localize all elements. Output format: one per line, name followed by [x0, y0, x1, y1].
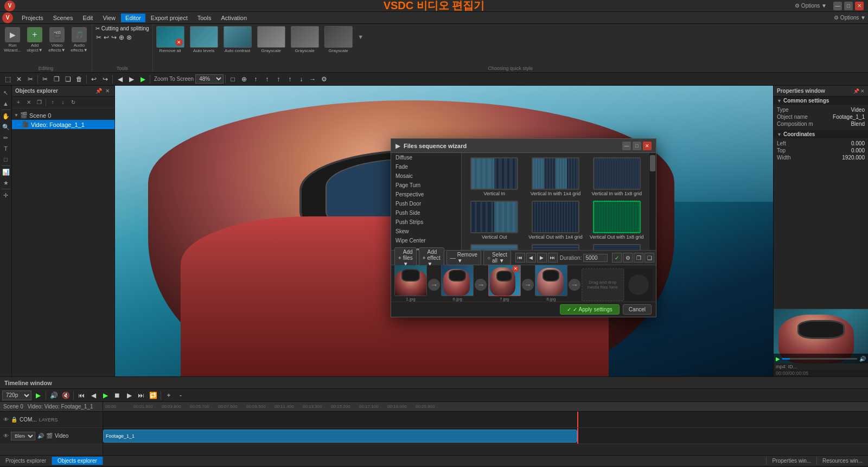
lt-move[interactable]: ✛: [1, 190, 11, 200]
tl-next[interactable]: ▶: [124, 390, 135, 401]
t2-more-7[interactable]: ↓: [296, 74, 307, 85]
t2-redo[interactable]: ↪: [100, 74, 111, 85]
drag-drop-placeholder[interactable]: Drag and dropmedia files here: [582, 268, 623, 301]
tool-btn-1[interactable]: ✂: [95, 33, 102, 42]
blend-select[interactable]: Blend Add: [11, 432, 35, 440]
t2-more-9[interactable]: ⚙: [318, 74, 329, 85]
menu-projects[interactable]: Projects: [17, 14, 48, 22]
qs-remove-all[interactable]: ✕ Remove all: [155, 25, 186, 54]
select-all-btn[interactable]: ○Select all ▼: [483, 250, 511, 265]
video-effects-button[interactable]: 🎬 Videoeffects▼: [47, 26, 67, 54]
strip-item-6[interactable]: 6.jpg 00:00:05.000: [441, 265, 474, 302]
transition-vert-in-1x8[interactable]: Vertical In with 1x8 grid: [588, 157, 645, 196]
blend-eye-icon[interactable]: 👁: [3, 433, 9, 439]
paste-btn[interactable]: ❑: [644, 253, 654, 263]
qs-auto-levels[interactable]: Auto levels: [189, 25, 219, 54]
tl-fwd[interactable]: ⏭: [136, 390, 146, 401]
remove-btn[interactable]: —Remove ▼: [446, 250, 481, 265]
cat-perspective[interactable]: Perspective: [391, 190, 461, 199]
lt-effects[interactable]: ★: [1, 178, 11, 188]
menu-activation[interactable]: Activation: [216, 14, 251, 22]
eye-icon[interactable]: 👁: [3, 417, 9, 423]
blend-playhead[interactable]: [577, 428, 578, 444]
playhead[interactable]: [577, 412, 578, 427]
tl-play[interactable]: ▶: [33, 390, 43, 401]
maximize-button[interactable]: □: [844, 2, 853, 10]
t2-copy[interactable]: ❐: [51, 74, 62, 85]
duration-input[interactable]: [583, 254, 608, 262]
obj-dup[interactable]: ❐: [34, 98, 44, 107]
transition-horiz-in-8x1[interactable]: Horizontal In with 8x1 grid: [588, 244, 645, 250]
transition-horiz-in-4x1[interactable]: Horizontal In with 4x1 grid: [527, 244, 584, 250]
tab-properties-win[interactable]: Properties win...: [766, 457, 816, 465]
transition-vertical-in[interactable]: Vertical In: [466, 157, 523, 196]
qs-scroll-right[interactable]: ▼: [357, 26, 365, 48]
tl-zoom-in[interactable]: +: [163, 390, 174, 401]
menu-editor[interactable]: Editor: [121, 14, 145, 22]
obj-add[interactable]: +: [14, 98, 23, 107]
t2-more-1[interactable]: □: [227, 74, 238, 85]
run-wizard-button[interactable]: ▶ RunWizard...: [2, 26, 23, 54]
cat-skew[interactable]: Skew: [391, 227, 461, 236]
video-item[interactable]: 🎥 Video: Footage_1_1: [12, 120, 114, 129]
nav-next[interactable]: ▶: [537, 253, 547, 263]
dialog-close[interactable]: ✕: [643, 142, 652, 150]
coordinates-header[interactable]: ▼ Coordinates: [774, 130, 868, 138]
lt-arrow[interactable]: ↖: [1, 88, 11, 98]
menu-edit[interactable]: Edit: [78, 14, 97, 22]
strip-item-7[interactable]: ✕ 7.jpg 00:00:05.000: [488, 265, 521, 302]
mini-volume[interactable]: 🔊: [859, 356, 866, 362]
mini-play-btn[interactable]: ▶: [776, 356, 780, 362]
t2-deselect[interactable]: ✕: [14, 74, 24, 85]
blend-vol-icon[interactable]: 🔊: [37, 433, 44, 439]
t2-play[interactable]: ▶: [137, 74, 148, 85]
resolution-select[interactable]: 720p 1080p: [2, 391, 31, 400]
transition-vert-out-1x4[interactable]: Vertical Out with 1x4 grid: [527, 201, 584, 240]
transition-vertical-out[interactable]: Vertical Out: [466, 201, 523, 240]
menu-scenes[interactable]: Scenes: [49, 14, 78, 22]
qs-grayscale-2[interactable]: Grayscale: [290, 25, 320, 54]
t2-delete[interactable]: 🗑: [74, 74, 85, 85]
dialog-minimize[interactable]: —: [622, 142, 631, 150]
qs-grayscale-1[interactable]: Grayscale: [256, 25, 286, 54]
t2-cut[interactable]: ✂: [40, 74, 50, 85]
t2-undo[interactable]: ↩: [88, 74, 99, 85]
cat-diffuse[interactable]: Diffuse: [391, 153, 461, 162]
obj-rot[interactable]: ↻: [68, 98, 78, 107]
blend-icon2[interactable]: 🎬: [46, 433, 53, 439]
common-settings-header[interactable]: ▼ Common settings: [774, 97, 868, 105]
tool-btn-4[interactable]: ⊕: [118, 33, 125, 42]
lt-chart[interactable]: 📊: [1, 167, 11, 177]
t2-more-6[interactable]: ↑: [284, 74, 295, 85]
lt-cursor[interactable]: ▲: [1, 99, 11, 108]
lock-icon[interactable]: 🔒: [11, 417, 17, 423]
cat-fade[interactable]: Fade: [391, 162, 461, 171]
t2-more-5[interactable]: ↑: [273, 74, 284, 85]
zoom-select[interactable]: 48% 100% 50%: [195, 74, 224, 84]
dialog-maximize[interactable]: □: [633, 142, 641, 150]
lt-text[interactable]: T: [1, 144, 11, 153]
close-button[interactable]: ✕: [855, 2, 864, 10]
tab-resources-win[interactable]: Resources win...: [816, 457, 868, 465]
prop-close[interactable]: ✕: [860, 88, 865, 94]
settings-btn[interactable]: ⚙: [623, 253, 633, 263]
tl-play2[interactable]: ▶: [100, 390, 111, 401]
t2-paste[interactable]: ❑: [62, 74, 73, 85]
obj-del[interactable]: ✕: [24, 98, 34, 107]
tl-vol[interactable]: 🔊: [48, 390, 59, 401]
t2-more-4[interactable]: ↑: [261, 74, 272, 85]
tl-stop[interactable]: ⏹: [112, 390, 123, 401]
strip-item-8[interactable]: 8.jpg 00:00:05.000: [535, 265, 567, 302]
tl-rew[interactable]: ⏮: [76, 390, 87, 401]
cat-mosaic[interactable]: Mosaic: [391, 171, 461, 181]
nav-first[interactable]: ⏮: [515, 253, 525, 263]
copy-btn[interactable]: ❐: [634, 253, 643, 263]
prop-pin[interactable]: 📌: [853, 88, 859, 94]
t2-more-3[interactable]: ↑: [250, 74, 261, 85]
cat-push-door[interactable]: Push Door: [391, 199, 461, 208]
cat-wipe-center[interactable]: Wipe Center: [391, 236, 461, 245]
dialog-scrollbar[interactable]: [649, 153, 656, 250]
transition-vert-out-1x8[interactable]: Vertical Out with 1x8 grid: [588, 201, 645, 240]
transition-horiz-in[interactable]: Horizontal In: [466, 244, 523, 250]
t2-split[interactable]: ✂: [25, 74, 36, 85]
